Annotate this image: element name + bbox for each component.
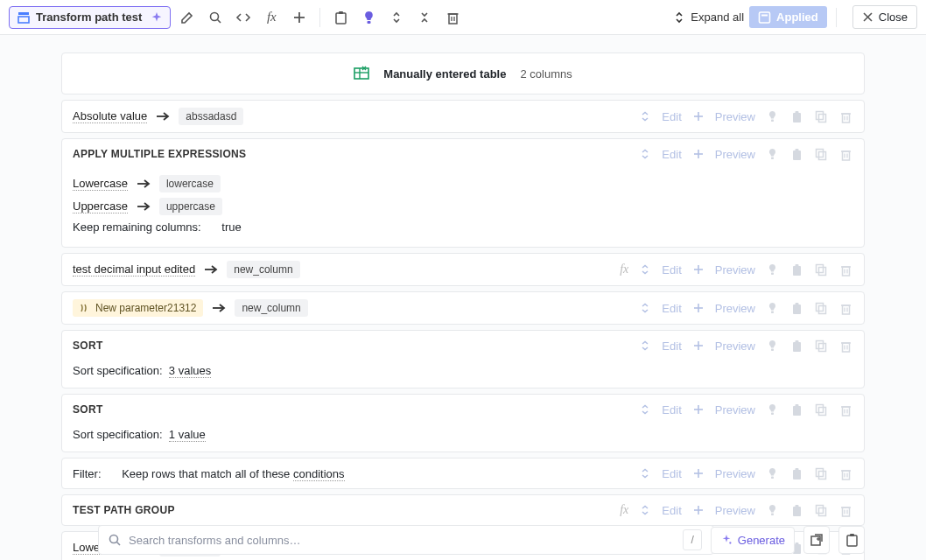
- row-duplicate-icon[interactable]: [813, 108, 829, 124]
- row-edit-button[interactable]: Edit: [662, 148, 681, 161]
- row-expand-icon[interactable]: [637, 108, 653, 124]
- row-delete-icon[interactable]: [838, 402, 853, 417]
- row-duplicate-icon[interactable]: [813, 466, 829, 481]
- row-edit-button[interactable]: Edit: [662, 302, 681, 315]
- row-duplicate-icon[interactable]: [813, 402, 829, 417]
- step-card[interactable]: New parameter21312 new_column Edit Previ…: [61, 291, 865, 325]
- row-clipboard-icon[interactable]: [789, 338, 804, 354]
- step-card[interactable]: Filter: Keep rows that match all of thes…: [61, 458, 865, 489]
- row-bulb-icon[interactable]: [764, 502, 780, 518]
- delete-icon[interactable]: [441, 6, 464, 29]
- row-delete-icon[interactable]: [838, 146, 853, 162]
- edit-icon[interactable]: [176, 6, 199, 29]
- row-expand-icon[interactable]: [637, 502, 653, 518]
- row-delete-icon[interactable]: [838, 108, 853, 124]
- row-edit-button[interactable]: Edit: [662, 263, 681, 276]
- row-add-icon[interactable]: [691, 466, 706, 481]
- code-icon[interactable]: [232, 6, 255, 29]
- row-edit-button[interactable]: Edit: [662, 403, 681, 416]
- row-clipboard-icon[interactable]: [789, 146, 804, 162]
- row-expand-icon[interactable]: [637, 300, 653, 316]
- row-duplicate-icon[interactable]: [813, 300, 829, 316]
- expand-collapse-icon[interactable]: [385, 6, 408, 29]
- row-preview-button[interactable]: Preview: [715, 504, 755, 517]
- row-add-icon[interactable]: [691, 338, 706, 354]
- lightbulb-icon[interactable]: [357, 6, 380, 29]
- step-card[interactable]: SORT Edit Preview Sort specification: 3 …: [61, 330, 865, 388]
- row-delete-icon[interactable]: [838, 466, 853, 481]
- add-icon[interactable]: [288, 6, 311, 29]
- filter-conditions[interactable]: conditions: [293, 467, 345, 481]
- collapse-x-icon[interactable]: [413, 6, 436, 29]
- row-bulb-icon[interactable]: [764, 300, 780, 316]
- filter-label: Filter:: [73, 467, 102, 480]
- row-preview-button[interactable]: Preview: [715, 263, 755, 276]
- row-clipboard-icon[interactable]: [789, 300, 804, 316]
- step-card[interactable]: SORT Edit Preview Sort specification: 1 …: [61, 394, 865, 452]
- row-delete-icon[interactable]: [838, 300, 853, 316]
- row-preview-button[interactable]: Preview: [715, 148, 755, 161]
- sort-spec-value[interactable]: 3 values: [169, 364, 211, 378]
- row-expand-icon[interactable]: [637, 338, 653, 354]
- paste-icon[interactable]: [838, 526, 865, 554]
- row-bulb-icon[interactable]: [764, 338, 780, 354]
- step-card[interactable]: Absolute value abssadasd Edit Preview: [61, 100, 865, 133]
- row-bulb-icon[interactable]: [764, 262, 780, 277]
- row-fx-icon[interactable]: fx: [620, 503, 628, 517]
- row-preview-button[interactable]: Preview: [715, 302, 755, 315]
- row-duplicate-icon[interactable]: [813, 502, 829, 518]
- row-add-icon[interactable]: [691, 108, 706, 124]
- row-add-icon[interactable]: [691, 300, 706, 316]
- step-card[interactable]: APPLY MULTIPLE EXPRESSIONS Edit Preview …: [61, 138, 865, 248]
- row-duplicate-icon[interactable]: [813, 262, 829, 277]
- row-bulb-icon[interactable]: [764, 146, 780, 162]
- row-expand-icon[interactable]: [637, 402, 653, 417]
- row-add-icon[interactable]: [691, 402, 706, 417]
- row-clipboard-icon[interactable]: [789, 402, 804, 417]
- row-edit-button[interactable]: Edit: [662, 504, 681, 517]
- row-preview-button[interactable]: Preview: [715, 110, 755, 123]
- svg-rect-64: [819, 305, 826, 313]
- row-delete-icon[interactable]: [838, 502, 853, 518]
- source-card[interactable]: Manually entered table 2 columns: [61, 52, 865, 94]
- row-expand-icon[interactable]: [637, 262, 653, 277]
- row-clipboard-icon[interactable]: [789, 262, 804, 277]
- row-add-icon[interactable]: [691, 502, 706, 518]
- new-window-icon[interactable]: [803, 526, 830, 554]
- row-preview-button[interactable]: Preview: [715, 467, 755, 480]
- row-add-icon[interactable]: [691, 146, 706, 162]
- row-fx-icon[interactable]: fx: [620, 262, 628, 276]
- row-delete-icon[interactable]: [838, 262, 853, 277]
- step-card[interactable]: TEST PATH GROUP fx Edit Preview: [61, 494, 865, 526]
- generate-button[interactable]: Generate: [711, 527, 795, 554]
- row-preview-button[interactable]: Preview: [715, 403, 755, 416]
- search-box[interactable]: [98, 525, 714, 555]
- row-add-icon[interactable]: [691, 262, 706, 277]
- expand-all-button[interactable]: Expand all: [673, 10, 744, 24]
- search-input[interactable]: [129, 534, 705, 547]
- fx-icon[interactable]: fx: [260, 6, 283, 29]
- row-duplicate-icon[interactable]: [813, 146, 829, 162]
- row-expand-icon[interactable]: [637, 146, 653, 162]
- svg-rect-86: [819, 407, 826, 415]
- row-edit-button[interactable]: Edit: [662, 110, 681, 123]
- param-chip[interactable]: New parameter21312: [73, 299, 203, 317]
- row-clipboard-icon[interactable]: [789, 466, 804, 481]
- path-title[interactable]: Transform path test: [9, 6, 171, 29]
- row-edit-button[interactable]: Edit: [662, 467, 681, 480]
- row-bulb-icon[interactable]: [764, 402, 780, 417]
- row-expand-icon[interactable]: [637, 466, 653, 481]
- step-card[interactable]: test decimal input edited new_column fx …: [61, 253, 865, 286]
- clipboard-icon[interactable]: [329, 6, 352, 29]
- row-bulb-icon[interactable]: [764, 108, 780, 124]
- search-icon[interactable]: [204, 6, 227, 29]
- row-delete-icon[interactable]: [838, 338, 853, 354]
- row-duplicate-icon[interactable]: [813, 338, 829, 354]
- row-clipboard-icon[interactable]: [789, 502, 804, 518]
- sort-spec-value[interactable]: 1 value: [169, 428, 206, 442]
- row-edit-button[interactable]: Edit: [662, 340, 681, 353]
- close-button[interactable]: Close: [852, 5, 917, 29]
- row-clipboard-icon[interactable]: [789, 108, 804, 124]
- row-preview-button[interactable]: Preview: [715, 340, 755, 353]
- row-bulb-icon[interactable]: [764, 466, 780, 481]
